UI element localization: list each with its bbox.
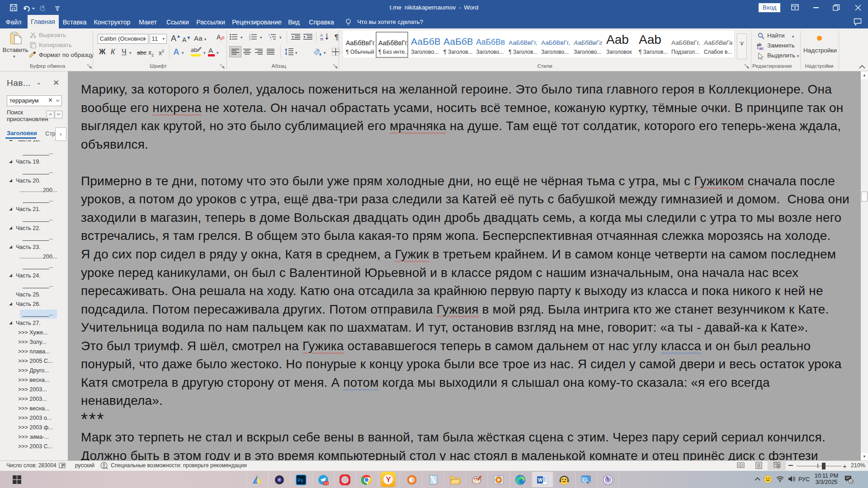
svg-text:3.: 3. [249, 38, 251, 41]
svg-text:Ps: Ps [297, 478, 303, 483]
svg-text:W: W [538, 477, 542, 483]
svg-text:ac: ac [759, 46, 764, 50]
svg-text:Y: Y [386, 475, 392, 484]
svg-text:Я: Я [320, 37, 323, 41]
svg-text:і.: і. [271, 38, 272, 41]
svg-text:20: 20 [849, 479, 853, 483]
svg-text:77: 77 [324, 482, 328, 486]
